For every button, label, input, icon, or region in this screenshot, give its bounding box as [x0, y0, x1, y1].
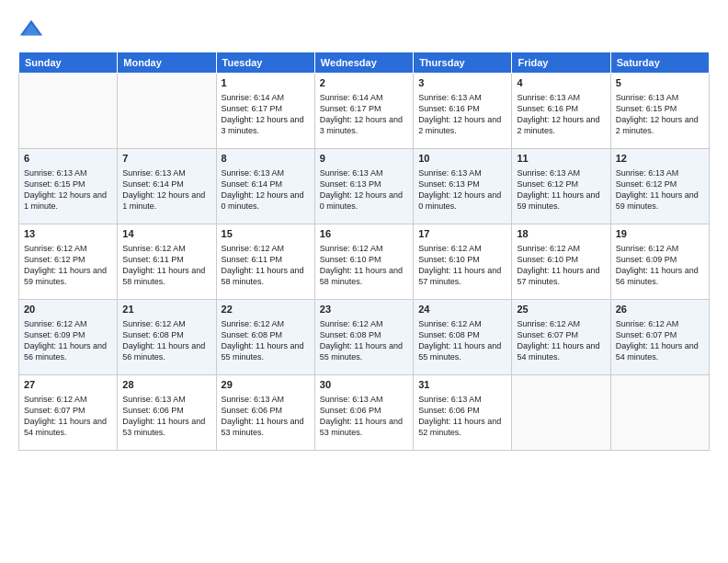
calendar-cell: 27Sunrise: 6:12 AMSunset: 6:07 PMDayligh…	[19, 375, 118, 451]
daylight-text: Daylight: 11 hours and 58 minutes.	[320, 266, 403, 286]
day-of-week-friday: Friday	[512, 52, 610, 74]
sunset-text: Sunset: 6:07 PM	[24, 406, 85, 415]
daylight-text: Daylight: 11 hours and 56 minutes.	[122, 341, 205, 362]
sunset-text: Sunset: 6:17 PM	[320, 104, 381, 113]
sunset-text: Sunset: 6:10 PM	[418, 255, 480, 264]
day-number: 7	[122, 152, 210, 166]
calendar-cell: 22Sunrise: 6:12 AMSunset: 6:08 PMDayligh…	[216, 300, 314, 375]
sunrise-text: Sunrise: 6:12 AM	[517, 319, 580, 328]
sunrise-text: Sunrise: 6:14 AM	[222, 93, 285, 102]
calendar-week-4: 20Sunrise: 6:12 AMSunset: 6:09 PMDayligh…	[19, 300, 710, 375]
daylight-text: Daylight: 11 hours and 58 minutes.	[122, 266, 205, 286]
day-of-week-saturday: Saturday	[610, 52, 709, 74]
sunrise-text: Sunrise: 6:13 AM	[222, 168, 285, 178]
calendar-cell: 23Sunrise: 6:12 AMSunset: 6:08 PMDayligh…	[314, 300, 413, 375]
daylight-text: Daylight: 12 hours and 2 minutes.	[418, 115, 501, 135]
calendar-cell: 19Sunrise: 6:12 AMSunset: 6:09 PMDayligh…	[610, 224, 709, 300]
sunset-text: Sunset: 6:13 PM	[320, 179, 381, 189]
daylight-text: Daylight: 11 hours and 54 minutes.	[517, 341, 599, 362]
day-number: 9	[320, 152, 408, 166]
daylight-text: Daylight: 11 hours and 56 minutes.	[616, 266, 699, 286]
calendar-cell: 3Sunrise: 6:13 AMSunset: 6:16 PMDaylight…	[414, 74, 512, 149]
day-of-week-sunday: Sunday	[19, 52, 118, 74]
sunset-text: Sunset: 6:07 PM	[517, 330, 578, 339]
sunrise-text: Sunrise: 6:13 AM	[418, 168, 482, 178]
day-number: 21	[122, 303, 210, 316]
sunset-text: Sunset: 6:12 PM	[616, 179, 677, 189]
day-number: 1	[222, 76, 310, 90]
logo-icon	[18, 17, 44, 42]
day-number: 16	[320, 227, 408, 241]
day-number: 4	[517, 76, 605, 90]
sunset-text: Sunset: 6:11 PM	[122, 255, 184, 264]
sunrise-text: Sunrise: 6:13 AM	[320, 168, 383, 178]
daylight-text: Daylight: 11 hours and 54 minutes.	[616, 341, 699, 362]
calendar-cell: 10Sunrise: 6:13 AMSunset: 6:13 PMDayligh…	[414, 149, 512, 224]
sunset-text: Sunset: 6:09 PM	[616, 255, 677, 264]
sunset-text: Sunset: 6:10 PM	[320, 255, 381, 264]
calendar-cell	[610, 375, 709, 451]
sunrise-text: Sunrise: 6:13 AM	[418, 93, 482, 102]
calendar-cell: 20Sunrise: 6:12 AMSunset: 6:09 PMDayligh…	[19, 300, 118, 375]
day-of-week-monday: Monday	[118, 52, 216, 74]
sunrise-text: Sunrise: 6:13 AM	[517, 93, 580, 102]
day-number: 28	[122, 378, 210, 392]
sunrise-text: Sunrise: 6:12 AM	[616, 319, 679, 328]
daylight-text: Daylight: 12 hours and 0 minutes.	[418, 190, 501, 211]
sunset-text: Sunset: 6:12 PM	[517, 179, 578, 189]
sunrise-text: Sunrise: 6:12 AM	[222, 319, 285, 328]
sunset-text: Sunset: 6:06 PM	[418, 406, 480, 415]
sunset-text: Sunset: 6:10 PM	[517, 255, 578, 264]
sunrise-text: Sunrise: 6:13 AM	[320, 395, 383, 404]
logo	[18, 17, 48, 42]
daylight-text: Daylight: 12 hours and 1 minute.	[24, 190, 107, 211]
sunset-text: Sunset: 6:14 PM	[222, 179, 283, 189]
day-number: 2	[320, 76, 408, 90]
calendar-header-row: SundayMondayTuesdayWednesdayThursdayFrid…	[19, 52, 710, 74]
sunset-text: Sunset: 6:09 PM	[24, 330, 85, 339]
calendar-cell: 13Sunrise: 6:12 AMSunset: 6:12 PMDayligh…	[19, 224, 118, 300]
daylight-text: Daylight: 12 hours and 3 minutes.	[222, 115, 304, 135]
calendar-cell: 2Sunrise: 6:14 AMSunset: 6:17 PMDaylight…	[314, 74, 413, 149]
calendar-cell: 26Sunrise: 6:12 AMSunset: 6:07 PMDayligh…	[610, 300, 709, 375]
sunrise-text: Sunrise: 6:12 AM	[24, 319, 87, 328]
calendar-cell: 21Sunrise: 6:12 AMSunset: 6:08 PMDayligh…	[118, 300, 216, 375]
day-number: 18	[517, 227, 605, 241]
calendar-week-5: 27Sunrise: 6:12 AMSunset: 6:07 PMDayligh…	[19, 375, 710, 451]
day-number: 19	[616, 227, 704, 241]
day-number: 3	[418, 76, 506, 90]
day-number: 8	[222, 152, 310, 166]
daylight-text: Daylight: 11 hours and 54 minutes.	[24, 417, 107, 437]
day-number: 24	[418, 303, 506, 316]
page: SundayMondayTuesdayWednesdayThursdayFrid…	[0, 0, 728, 563]
sunset-text: Sunset: 6:13 PM	[418, 179, 480, 189]
daylight-text: Daylight: 12 hours and 3 minutes.	[320, 115, 403, 135]
sunrise-text: Sunrise: 6:13 AM	[517, 168, 580, 178]
sunrise-text: Sunrise: 6:14 AM	[320, 93, 383, 102]
calendar-cell: 14Sunrise: 6:12 AMSunset: 6:11 PMDayligh…	[118, 224, 216, 300]
day-of-week-wednesday: Wednesday	[314, 52, 413, 74]
daylight-text: Daylight: 11 hours and 59 minutes.	[24, 266, 107, 286]
day-number: 23	[320, 303, 408, 316]
daylight-text: Daylight: 12 hours and 2 minutes.	[517, 115, 599, 135]
sunrise-text: Sunrise: 6:12 AM	[24, 395, 87, 404]
calendar-week-2: 6Sunrise: 6:13 AMSunset: 6:15 PMDaylight…	[19, 149, 710, 224]
calendar-cell	[19, 74, 118, 149]
sunset-text: Sunset: 6:06 PM	[122, 406, 184, 415]
day-number: 5	[616, 76, 704, 90]
daylight-text: Daylight: 11 hours and 53 minutes.	[122, 417, 205, 437]
sunset-text: Sunset: 6:06 PM	[222, 406, 283, 415]
daylight-text: Daylight: 11 hours and 55 minutes.	[418, 341, 501, 362]
day-number: 14	[122, 227, 210, 241]
sunrise-text: Sunrise: 6:13 AM	[616, 93, 679, 102]
calendar-cell: 25Sunrise: 6:12 AMSunset: 6:07 PMDayligh…	[512, 300, 610, 375]
day-number: 30	[320, 378, 408, 392]
daylight-text: Daylight: 11 hours and 57 minutes.	[418, 266, 501, 286]
daylight-text: Daylight: 11 hours and 59 minutes.	[517, 190, 599, 211]
sunset-text: Sunset: 6:16 PM	[418, 104, 480, 113]
sunset-text: Sunset: 6:16 PM	[517, 104, 578, 113]
day-number: 20	[24, 303, 112, 316]
sunset-text: Sunset: 6:06 PM	[320, 406, 381, 415]
sunset-text: Sunset: 6:08 PM	[418, 330, 480, 339]
calendar-cell: 30Sunrise: 6:13 AMSunset: 6:06 PMDayligh…	[314, 375, 413, 451]
